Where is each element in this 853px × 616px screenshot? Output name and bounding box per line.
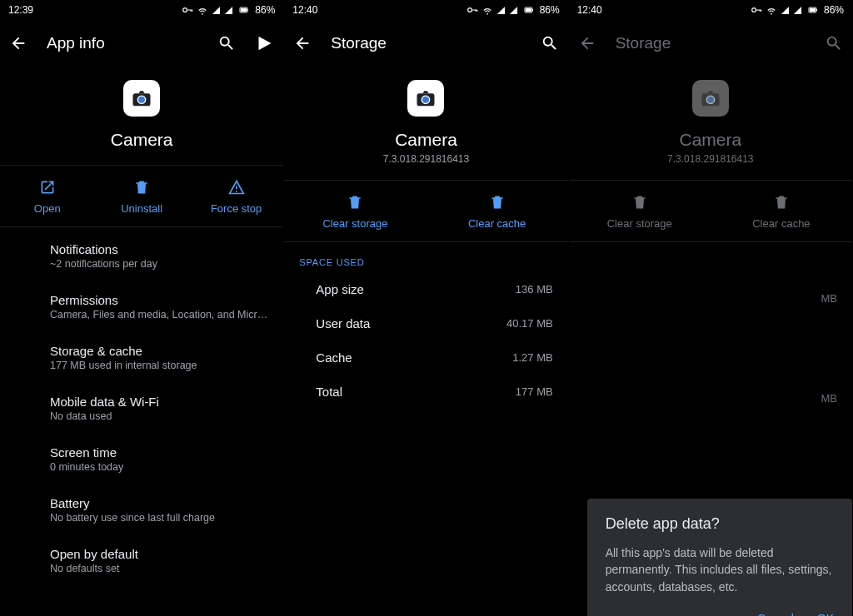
screen-app-info: 12:39 86% App info Camera Open Uninstall xyxy=(0,0,284,616)
signal-icon xyxy=(781,6,790,15)
app-icon xyxy=(123,80,160,117)
trash-icon xyxy=(631,194,648,211)
clear-cache-button[interactable]: Clear cache xyxy=(426,181,568,241)
battery-icon xyxy=(806,5,821,15)
status-bar: 12:40 86% xyxy=(569,0,852,20)
status-bar: 12:39 86% xyxy=(0,0,283,20)
row-app-size: App size136 MB xyxy=(284,272,567,306)
clear-storage-label: Clear storage xyxy=(607,217,672,230)
back-button[interactable] xyxy=(292,33,312,53)
trash-icon xyxy=(773,194,790,211)
partial-value: MB xyxy=(821,392,837,405)
status-time: 12:40 xyxy=(577,4,602,16)
settings-list: Notifications ~2 notifications per day P… xyxy=(0,227,283,616)
force-stop-button[interactable]: Force stop xyxy=(189,166,283,226)
app-icon xyxy=(407,80,444,117)
row-cache: Cache1.27 MB xyxy=(284,340,567,375)
app-bar: Storage xyxy=(284,20,567,67)
search-button[interactable] xyxy=(217,33,237,53)
list-item[interactable]: Battery No battery use since last full c… xyxy=(0,484,283,535)
open-label: Open xyxy=(34,202,61,215)
dialog-body: All this app's data will be deleted perm… xyxy=(606,544,834,595)
uninstall-button[interactable]: Uninstall xyxy=(94,166,188,226)
wifi-icon xyxy=(766,4,777,16)
battery-icon xyxy=(237,5,252,15)
signal-icon xyxy=(509,6,518,15)
app-bar: Storage xyxy=(569,20,852,67)
search-button[interactable] xyxy=(540,33,560,53)
clear-cache-label: Clear cache xyxy=(752,217,810,230)
battery-icon xyxy=(521,5,536,15)
status-time: 12:39 xyxy=(8,4,33,16)
open-button[interactable]: Open xyxy=(0,166,94,226)
page-title: App info xyxy=(47,34,198,52)
confirm-dialog: Delete app data? All this app's data wil… xyxy=(587,499,852,616)
page-title: Storage xyxy=(331,34,521,52)
row-user-data: User data40.17 MB xyxy=(284,306,567,340)
list-item[interactable]: Notifications ~2 notifications per day xyxy=(0,231,283,281)
app-hero: Camera 7.3.018.291816413 xyxy=(284,67,567,180)
page-title: Storage xyxy=(616,34,806,52)
wifi-icon xyxy=(481,4,493,16)
uninstall-label: Uninstall xyxy=(121,202,162,215)
key-icon xyxy=(466,4,478,16)
signal-icon xyxy=(793,6,802,15)
search-button[interactable] xyxy=(824,33,844,53)
section-header: SPACE USED xyxy=(284,242,567,272)
battery-percent: 86% xyxy=(255,4,275,16)
key-icon xyxy=(751,4,762,16)
list-item[interactable]: Storage & cache 177 MB used in internal … xyxy=(0,332,283,383)
trash-icon xyxy=(347,194,363,211)
dialog-title: Delete app data? xyxy=(606,515,834,533)
battery-percent: 86% xyxy=(540,4,560,16)
battery-percent: 86% xyxy=(824,4,844,16)
list-item[interactable]: Mobile data & Wi-Fi No data used xyxy=(0,383,283,434)
signal-icon xyxy=(224,6,233,15)
clear-cache-label: Clear cache xyxy=(468,217,526,230)
action-row: Open Uninstall Force stop xyxy=(0,165,283,227)
list-item[interactable]: Permissions Camera, Files and media, Loc… xyxy=(0,281,283,332)
clear-storage-label: Clear storage xyxy=(322,217,387,230)
app-hero: Camera 7.3.018.291816413 xyxy=(569,67,852,180)
open-icon xyxy=(39,179,56,196)
status-time: 12:40 xyxy=(292,4,317,16)
signal-icon xyxy=(496,6,506,15)
camera-icon xyxy=(414,87,437,110)
app-name: Camera xyxy=(395,130,457,150)
key-icon xyxy=(182,4,193,16)
play-store-button[interactable] xyxy=(255,33,275,53)
screen-storage: 12:40 86% Storage Camera 7.3.018.2918164… xyxy=(284,0,568,616)
warning-icon xyxy=(228,179,245,196)
cancel-button[interactable]: Cancel xyxy=(757,612,794,616)
app-icon xyxy=(692,80,729,117)
camera-icon xyxy=(130,87,153,110)
list-item[interactable]: Open by default No defaults set xyxy=(0,535,283,586)
trash-icon xyxy=(133,179,150,196)
app-version: 7.3.018.291816413 xyxy=(383,153,469,165)
app-name: Camera xyxy=(111,130,173,150)
app-bar: App info xyxy=(0,20,283,67)
screen-storage-dialog: 12:40 86% Storage Camera 7.3.018.2918164… xyxy=(569,0,853,616)
action-row: Clear storage Clear cache xyxy=(284,180,567,242)
signal-icon xyxy=(212,6,221,15)
app-name: Camera xyxy=(679,130,741,150)
clear-storage-button[interactable]: Clear storage xyxy=(284,181,426,241)
back-button[interactable] xyxy=(8,33,28,53)
row-total: Total177 MB xyxy=(284,375,567,409)
app-hero: Camera xyxy=(0,67,283,165)
wifi-icon xyxy=(197,4,208,16)
clear-storage-button[interactable]: Clear storage xyxy=(569,181,711,241)
partial-value: MB xyxy=(821,292,837,305)
ok-button[interactable]: OK xyxy=(817,612,834,616)
camera-icon xyxy=(699,87,722,110)
status-bar: 12:40 86% xyxy=(284,0,567,20)
force-stop-label: Force stop xyxy=(211,202,262,215)
list-item[interactable]: Screen time 0 minutes today xyxy=(0,434,283,484)
action-row: Clear storage Clear cache xyxy=(569,180,852,242)
back-button[interactable] xyxy=(577,33,597,53)
trash-icon xyxy=(489,194,506,211)
clear-cache-button[interactable]: Clear cache xyxy=(711,181,852,241)
app-version: 7.3.018.291816413 xyxy=(667,153,753,165)
